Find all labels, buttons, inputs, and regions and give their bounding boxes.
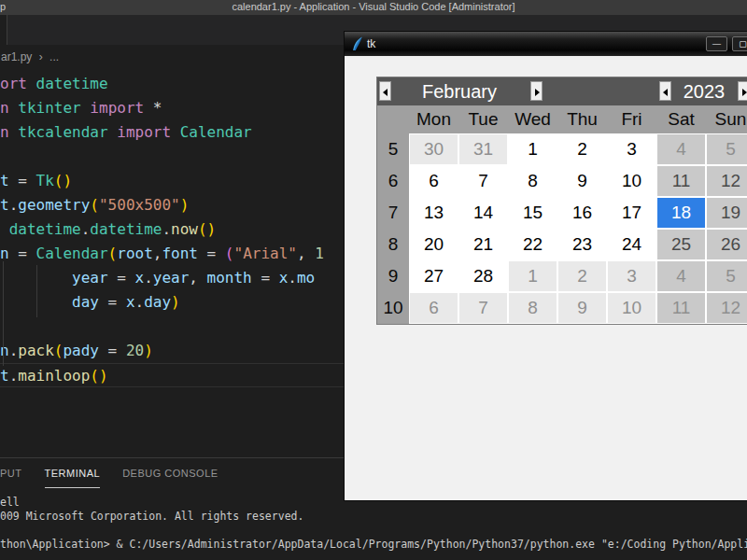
- next-year-button[interactable]: [738, 81, 747, 101]
- day-cell[interactable]: 11: [657, 166, 705, 196]
- right-arrow-icon: [535, 89, 540, 96]
- terminal-line: 009 Microsoft Corporation. All rights re…: [0, 510, 747, 524]
- day-cell[interactable]: 4: [657, 261, 705, 291]
- vscode-titlebar: p calendar1.py - Application - Visual St…: [0, 0, 747, 15]
- day-cell[interactable]: 26: [707, 230, 747, 259]
- day-cell[interactable]: 21: [459, 230, 507, 259]
- calendar-grid: 5303112345667891011127131415161718198202…: [377, 133, 747, 324]
- day-cell[interactable]: 24: [608, 230, 655, 259]
- calendar-week-row: 9272812345: [377, 260, 747, 292]
- panel-tab-terminal[interactable]: TERMINAL: [45, 468, 101, 488]
- month-label: February: [394, 78, 525, 105]
- left-arrow-icon: [383, 89, 388, 96]
- day-cell[interactable]: 12: [707, 293, 747, 323]
- calendar-widget: February 2023 MonTueWedThuFriSatSun 5303…: [376, 77, 747, 325]
- day-cell[interactable]: 20: [410, 230, 458, 259]
- left-arrow-icon: [663, 89, 668, 96]
- day-cell[interactable]: 2: [558, 134, 606, 164]
- tk-window-title: tk: [367, 37, 375, 50]
- day-cell[interactable]: 13: [410, 198, 458, 228]
- breadcrumb-separator: ›: [39, 50, 43, 63]
- minimize-button[interactable]: —: [706, 36, 727, 51]
- active-tab-edge[interactable]: [0, 15, 7, 45]
- day-cell[interactable]: 8: [509, 166, 557, 196]
- day-name-thu: Thu: [557, 105, 607, 133]
- day-cell[interactable]: 27: [410, 261, 458, 291]
- day-cell[interactable]: 8: [509, 293, 557, 323]
- week-number: 8: [377, 229, 409, 260]
- day-cell[interactable]: 11: [657, 293, 705, 323]
- day-cell[interactable]: 3: [608, 261, 655, 291]
- prev-year-button[interactable]: [659, 81, 671, 101]
- day-cell[interactable]: 19: [707, 198, 747, 228]
- day-cell[interactable]: 23: [558, 230, 606, 259]
- day-cell[interactable]: 15: [509, 198, 557, 228]
- day-cell[interactable]: 28: [459, 261, 507, 291]
- day-cell[interactable]: 31: [459, 134, 507, 164]
- indent-guide: [3, 261, 4, 366]
- day-cell[interactable]: 7: [459, 293, 507, 323]
- day-name-mon: Mon: [409, 105, 458, 133]
- day-cell[interactable]: 5: [707, 261, 747, 291]
- terminal-line: [0, 524, 747, 538]
- tk-window: tk — ▢ February 2023 MonTueWedThuFriSatS…: [344, 31, 747, 501]
- terminal-line[interactable]: thon\Application> & C:/Users/Administrat…: [0, 538, 747, 552]
- breadcrumb-tail[interactable]: ...: [49, 50, 59, 63]
- terminal-output: ell009 Microsoft Corporation. All rights…: [0, 496, 747, 552]
- day-cell[interactable]: 25: [657, 230, 705, 259]
- day-name-tue: Tue: [458, 105, 508, 133]
- breadcrumb-file[interactable]: ar1.py: [1, 50, 32, 63]
- screen: p calendar1.py - Application - Visual St…: [0, 0, 747, 560]
- selected-day-cell[interactable]: 18: [657, 198, 705, 228]
- day-names-row: MonTueWedThuFriSatSun: [377, 105, 747, 133]
- day-cell[interactable]: 1: [509, 261, 557, 291]
- window-title: calendar1.py - Application - Visual Stud…: [0, 1, 747, 12]
- prev-month-button[interactable]: [379, 81, 391, 101]
- day-cell[interactable]: 2: [558, 261, 606, 291]
- next-month-button[interactable]: [530, 81, 543, 101]
- week-number: 5: [377, 133, 409, 165]
- day-name-wed: Wed: [508, 105, 557, 133]
- day-cell[interactable]: 16: [558, 198, 606, 228]
- panel-tab-debug-console[interactable]: DEBUG CONSOLE: [122, 468, 218, 488]
- day-cell[interactable]: 5: [707, 134, 747, 164]
- day-cell[interactable]: 4: [657, 134, 705, 164]
- day-cell[interactable]: 10: [608, 293, 655, 323]
- tk-titlebar[interactable]: tk — ▢: [345, 32, 747, 56]
- year-label: 2023: [674, 78, 734, 105]
- calendar-week-row: 713141516171819: [377, 197, 747, 229]
- day-cell[interactable]: 3: [608, 134, 655, 164]
- day-cell[interactable]: 9: [558, 166, 606, 196]
- day-cell[interactable]: 30: [410, 134, 458, 164]
- day-name-sun: Sun: [706, 105, 747, 133]
- day-cell[interactable]: 17: [608, 198, 655, 228]
- calendar-week-row: 106789101112: [377, 292, 747, 324]
- calendar-week-row: 820212223242526: [377, 229, 747, 260]
- right-arrow-icon: [742, 89, 747, 96]
- calendar-header: February 2023: [377, 77, 747, 105]
- day-cell[interactable]: 9: [558, 293, 606, 323]
- day-name-sat: Sat: [656, 105, 706, 133]
- day-name-fri: Fri: [607, 105, 656, 133]
- calendar-week-row: 66789101112: [377, 165, 747, 197]
- week-column-gap: [377, 105, 409, 133]
- day-cell[interactable]: 7: [459, 166, 507, 196]
- day-cell[interactable]: 10: [608, 166, 655, 196]
- panel-tabs: PUTTERMINALDEBUG CONSOLE: [0, 468, 218, 488]
- day-cell[interactable]: 12: [707, 166, 747, 196]
- indent-guide: [36, 265, 37, 317]
- day-cell[interactable]: 6: [410, 166, 458, 196]
- tk-window-body: February 2023 MonTueWedThuFriSatSun 5303…: [345, 56, 747, 500]
- panel-tab-put[interactable]: PUT: [0, 468, 22, 488]
- day-cell[interactable]: 1: [509, 134, 557, 164]
- week-number: 9: [377, 260, 409, 292]
- day-cell[interactable]: 22: [509, 230, 557, 259]
- week-number: 7: [377, 197, 409, 229]
- tk-feather-icon: [351, 36, 364, 51]
- day-cell[interactable]: 14: [459, 198, 507, 228]
- maximize-button[interactable]: ▢: [732, 36, 747, 51]
- day-cell[interactable]: 6: [410, 293, 458, 323]
- week-number: 6: [377, 165, 409, 197]
- calendar-week-row: 5303112345: [377, 133, 747, 165]
- week-number: 10: [377, 292, 409, 324]
